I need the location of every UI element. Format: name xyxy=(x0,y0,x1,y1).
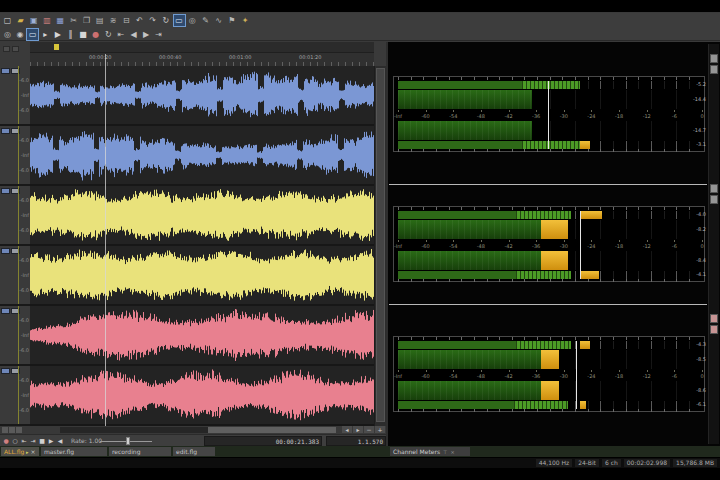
undo-icon[interactable]: ↶ xyxy=(134,15,145,26)
edit-tool-icon[interactable]: ▭ xyxy=(174,15,185,26)
play-icon[interactable]: ▶ xyxy=(52,29,63,40)
redo-icon[interactable]: ↷ xyxy=(147,15,158,26)
time-ruler[interactable]: 00:00:2000:00:4000:01:0000:01:20 xyxy=(30,53,374,66)
loop-button[interactable]: ○ xyxy=(11,436,19,446)
tab-master-flg[interactable]: master.flg xyxy=(41,447,107,456)
copy-icon[interactable]: ❐ xyxy=(81,15,92,26)
new-file-icon[interactable]: ▢ xyxy=(2,15,13,26)
channel-2-waveform[interactable] xyxy=(30,126,374,186)
tab-all-flg[interactable]: ALL.flg ▸× xyxy=(1,447,39,456)
mix-icon[interactable]: ≋ xyxy=(108,15,119,26)
record-remote-icon[interactable]: ◎ xyxy=(2,29,13,40)
export-icon[interactable]: ▦ xyxy=(55,15,66,26)
meter-pane-button-6[interactable] xyxy=(710,325,718,334)
stop-icon[interactable]: ■ xyxy=(78,29,89,40)
pin-icon[interactable]: ⊤ xyxy=(443,449,447,455)
script-icon[interactable]: ✦ xyxy=(240,15,251,26)
open-file-icon[interactable]: ▰ xyxy=(15,15,26,26)
cut-icon[interactable]: ✂ xyxy=(68,15,79,26)
meter-scrollbar[interactable] xyxy=(708,44,719,444)
channel-2-wave-canvas[interactable] xyxy=(30,126,374,184)
envelope-tool-icon[interactable]: ∿ xyxy=(213,15,224,26)
meter-peak-hold-orange xyxy=(580,401,586,409)
magnify-tool-icon[interactable]: ◎ xyxy=(187,15,198,26)
marker-tool-icon[interactable]: ⚑ xyxy=(226,15,237,26)
pencil-tool-icon[interactable]: ✎ xyxy=(200,15,211,26)
rate-slider-thumb[interactable] xyxy=(126,437,130,445)
scroll-right-button[interactable]: ▸ xyxy=(353,426,363,433)
go-start-button[interactable]: ⇤ xyxy=(20,436,28,446)
channel-4-wave-canvas[interactable] xyxy=(30,246,374,304)
corner-button-2[interactable] xyxy=(12,46,19,52)
monitor-icon[interactable]: ◉ xyxy=(15,29,26,40)
meter-pane-button-4[interactable] xyxy=(710,195,718,204)
pause-icon[interactable]: ‖ xyxy=(65,29,76,40)
meter-group-divider xyxy=(389,184,707,185)
channel-6-waveform[interactable] xyxy=(30,366,374,426)
meter-scale-label: -48 xyxy=(477,113,485,119)
hscroll-mini-button-1[interactable] xyxy=(2,427,8,433)
meter-scale-label: -24 xyxy=(587,373,595,379)
meter-bar-main-2 xyxy=(398,90,702,109)
corner-button-1[interactable] xyxy=(3,46,10,52)
go-end-icon[interactable]: ⇥ xyxy=(153,29,164,40)
marker-strip[interactable] xyxy=(30,42,374,53)
meter-pane-button-3[interactable] xyxy=(710,184,718,193)
zoom-in-button[interactable]: + xyxy=(375,426,385,433)
forward-icon[interactable]: ▶ xyxy=(141,29,152,40)
channel-6-wave-canvas[interactable] xyxy=(30,366,374,424)
channel-1-waveform[interactable] xyxy=(30,66,374,126)
channel-select-button[interactable] xyxy=(1,248,10,254)
scroll-left-button[interactable]: ◂ xyxy=(342,426,352,433)
meter-pane-button-5[interactable] xyxy=(710,314,718,323)
import-icon[interactable]: ▥ xyxy=(42,15,53,26)
tab-close-icon[interactable]: × xyxy=(30,448,35,455)
wave-vscrollbar-thumb[interactable] xyxy=(376,68,385,422)
hscroll-mini-button-3[interactable] xyxy=(16,427,22,433)
repeat-icon[interactable]: ↻ xyxy=(160,15,171,26)
rewind-icon[interactable]: ◀ xyxy=(128,29,139,40)
channel-6-controls: -6.0-Inf-6.0 xyxy=(0,366,30,426)
tab-recording[interactable]: recording xyxy=(109,447,171,456)
meter-pane-button-2[interactable] xyxy=(710,65,718,74)
go-start-icon[interactable]: ⇤ xyxy=(115,29,126,40)
paste-icon[interactable]: ▤ xyxy=(94,15,105,26)
channel-5-waveform[interactable] xyxy=(30,306,374,366)
trim-icon[interactable]: ⊟ xyxy=(121,15,132,26)
hscroll-mini-button-2[interactable] xyxy=(9,427,15,433)
save-icon[interactable]: ▣ xyxy=(28,15,39,26)
close-icon[interactable]: × xyxy=(450,449,454,455)
meter-scale-tick xyxy=(591,370,592,372)
channel-3-waveform[interactable] xyxy=(30,186,374,246)
stop-button[interactable]: ■ xyxy=(38,436,46,446)
wave-vscrollbar[interactable] xyxy=(374,66,386,426)
channel-select-button[interactable] xyxy=(1,308,10,314)
tab-edit-flg[interactable]: edit.flg xyxy=(173,447,215,456)
play-all-icon[interactable]: ▸ xyxy=(40,29,51,40)
marker-flag[interactable] xyxy=(54,44,59,50)
meter-readout: -8.4 xyxy=(690,257,706,263)
loop-icon[interactable]: ↻ xyxy=(103,29,114,40)
channel-select-button[interactable] xyxy=(1,68,10,74)
selection-tool-icon[interactable]: ▭ xyxy=(27,29,38,40)
meter-peak-hold-orange xyxy=(580,341,589,349)
channel-select-button[interactable] xyxy=(1,128,10,134)
play-button[interactable]: ▶ xyxy=(47,436,55,446)
hscroll-thumb[interactable] xyxy=(208,427,336,433)
tab-channel-meters[interactable]: Channel Meters⊤× xyxy=(390,447,470,456)
record-button[interactable]: ● xyxy=(2,436,10,446)
channel-4-waveform[interactable] xyxy=(30,246,374,306)
go-end-button[interactable]: ⇥ xyxy=(29,436,37,446)
channel-1-wave-canvas[interactable] xyxy=(30,66,374,124)
db-ruler-line xyxy=(18,366,19,424)
record-icon[interactable]: ● xyxy=(90,29,101,40)
preview-button[interactable]: ◀ xyxy=(56,436,64,446)
db-ruler-line xyxy=(18,186,19,244)
channel-select-button[interactable] xyxy=(1,368,10,374)
zoom-out-button[interactable]: − xyxy=(364,426,374,433)
meter-pane-button-1[interactable] xyxy=(710,54,718,63)
channel-3-wave-canvas[interactable] xyxy=(30,186,374,244)
tab-play-icon[interactable]: ▸ xyxy=(24,449,28,455)
channel-select-button[interactable] xyxy=(1,188,10,194)
channel-5-wave-canvas[interactable] xyxy=(30,306,374,364)
